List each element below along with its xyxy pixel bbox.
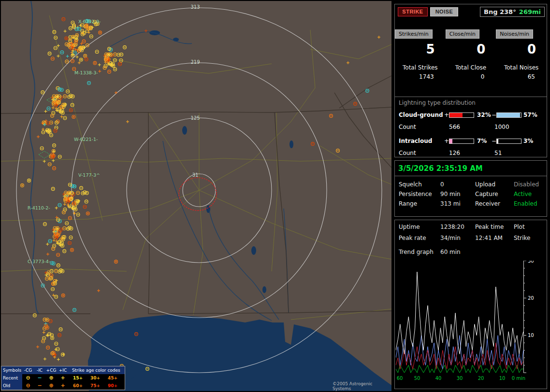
minus-sign: − (492, 112, 496, 118)
strikes-per-min-chip[interactable]: Strikes/min (395, 29, 433, 39)
total-close-value: 0 (446, 73, 496, 80)
neg-ic-old-icon: − (34, 382, 45, 390)
close-per-min-value: 0 (446, 42, 496, 56)
neg-ic-icon: − (34, 374, 45, 382)
y-axis-tick: 20 (528, 295, 534, 301)
capture-status: Active (514, 191, 532, 197)
age-30: 30+ (90, 374, 107, 382)
strike-rate-series (396, 272, 523, 354)
range-value: 313 mi (440, 200, 461, 207)
copyright-text: ©2005 Astrogenic Systems (333, 381, 391, 391)
squelch-label: Squelch (399, 181, 422, 188)
persistence-label: Persistence (399, 191, 432, 197)
bearing-readout: Bng 238° 269mi (480, 7, 545, 17)
neg-cg-icon: ⊖ (23, 374, 33, 382)
bearing-label: Bng 238° (484, 8, 516, 15)
ic-neg-gauge (496, 139, 521, 144)
total-strikes-value: 1743 (395, 73, 446, 80)
ring-distance-label: 31 (192, 172, 199, 178)
cg-pos-pct: 32% (477, 112, 491, 118)
ic-pos-pct: 7% (477, 138, 487, 144)
total-noises-label: Total Noises (496, 64, 547, 71)
rivers-layer (30, 1, 289, 321)
separator (395, 176, 547, 176)
total-strikes-label: Total Strikes (395, 64, 446, 71)
radar-map[interactable]: X-6292-9-M-1338-3-W-6221-1-V-177-3^R-411… (1, 1, 391, 391)
uptime-label: Uptime (399, 224, 420, 230)
legend-recent-label: Recent (3, 374, 22, 382)
upload-status: Disabled (514, 181, 539, 188)
trend-duration-value: 60 min (440, 249, 461, 255)
pos-ic-icon: + (58, 374, 68, 382)
totals-values-row: 1743 0 65 (395, 73, 547, 80)
station-label: X-6292-9- (78, 19, 101, 24)
cg-pos-gauge (449, 112, 474, 118)
x-axis-tick: 10 (499, 376, 506, 381)
strike-button[interactable]: STRIKE (398, 7, 428, 16)
cg-neg-gauge (496, 112, 521, 118)
plot-label: Plot (514, 224, 525, 230)
rate-values-row: 5 0 0 (395, 42, 547, 56)
noise-rate-series (396, 365, 523, 373)
cg-neg-pct: 57% (523, 112, 537, 118)
legend-col-neg-cg: -CG (23, 366, 33, 374)
x-axis-tick: 20 (478, 376, 484, 381)
intracloud-count-row: Count 126 51 (395, 150, 547, 157)
cloud-ground-label: Cloud-ground (399, 112, 443, 118)
legend-col-neg-ic: -IC (34, 366, 45, 374)
x-axis-tick: 50 (414, 376, 420, 381)
total-close-label: Total Close (446, 64, 496, 71)
range-label: Range (399, 200, 417, 207)
status-panel: STRIKE NOISE Bng 238° 269mi Strikes/min … (394, 0, 548, 392)
separator (395, 97, 547, 97)
station-label: R-4110-2- (28, 205, 50, 210)
station-label: C-3773-4- (28, 259, 50, 264)
age-45: 45+ (108, 374, 124, 382)
trend-label-row: Trend graph 60 min (395, 249, 547, 256)
trend-graph-label: Trend graph (399, 249, 434, 255)
peak-time-value: 12:41 AM (475, 235, 503, 241)
status-row: Peak rate 34/min 12:41 AM Strike (395, 235, 547, 242)
strikes-per-min-value: 5 (395, 42, 446, 56)
ic-neg-pct: 3% (523, 138, 533, 144)
age-15: 15+ (73, 374, 89, 382)
close-per-min-chip[interactable]: Close/min (446, 29, 479, 39)
uptime-value: 1238:20 (440, 224, 464, 230)
x-axis-tick: 40 (435, 376, 442, 381)
settings-row: Range 313 mi Receiver Enabled (395, 200, 547, 208)
plot-value: Strike (514, 235, 531, 241)
status-row: Uptime 1238:20 Peak time Plot (395, 224, 547, 231)
noises-per-min-value: 0 (496, 42, 547, 56)
squelch-value: 0 (440, 181, 444, 188)
peak-rate-value: 34/min (440, 235, 461, 241)
peak-rate-label: Peak rate (399, 235, 426, 241)
count-label: Count (399, 124, 416, 130)
ring-distance-label: 313 (190, 4, 200, 10)
rate-chips-row: Strikes/min Close/min Noises/min (395, 30, 547, 37)
age-75: 75+ (90, 382, 107, 390)
ic-pos-count: 126 (449, 150, 460, 156)
legend-col-pos-ic: +IC (58, 366, 68, 374)
ic-neg-count: 51 (494, 150, 502, 156)
settings-box: 3/5/2026 2:35:19 AM Squelch 0 Upload Dis… (394, 160, 547, 217)
noise-button[interactable]: NOISE (430, 7, 458, 16)
age-90: 90+ (108, 382, 124, 390)
legend-old-label: Old (3, 382, 22, 390)
red-range-circle (179, 178, 217, 210)
x-axis-tick: 60 (397, 376, 403, 381)
receiver-label: Receiver (475, 200, 500, 207)
age-60: 60+ (73, 382, 89, 390)
noises-per-min-chip[interactable]: Noises/min (496, 29, 533, 39)
legend-title: Strike age color codes (72, 366, 120, 374)
peak-time-label: Peak time (475, 224, 504, 230)
capture-label: Capture (475, 191, 498, 197)
cloud-ground-count-row: Count 566 1000 (395, 124, 547, 131)
cg-neg-count: 1000 (494, 124, 509, 130)
legend-old-row: Old ⊖ − ⊕ + 60+ 75+ 90+ (1, 382, 125, 390)
counters-box: STRIKE NOISE Bng 238° 269mi Strikes/min … (394, 4, 547, 157)
ring-distance-label: 219 (190, 59, 200, 65)
y-axis-tick: 30 (528, 261, 534, 264)
settings-row: Squelch 0 Upload Disabled (395, 181, 547, 189)
intracloud-label: Intracloud (399, 138, 432, 144)
water-layer (88, 30, 391, 391)
